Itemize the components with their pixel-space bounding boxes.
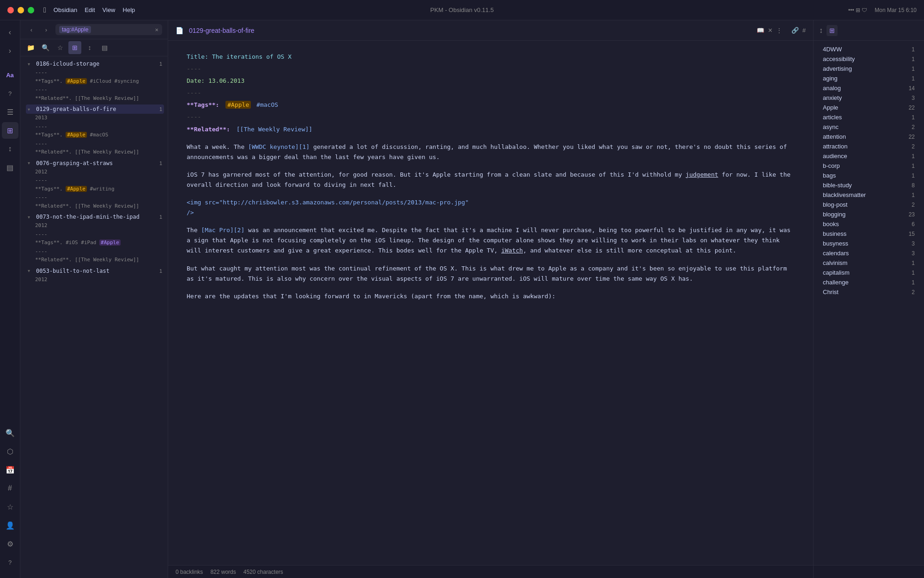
related-label: **Related**: xyxy=(187,126,230,133)
file-header-0186[interactable]: ▾ 0186-icloud-storage 1 xyxy=(26,59,164,68)
tag-list-item[interactable]: bags 1 xyxy=(815,171,922,180)
maximize-button[interactable] xyxy=(28,7,34,13)
datetime: Mon Mar 15 6:10 xyxy=(875,7,917,13)
editor-actions: 📖 × ⋮ xyxy=(757,26,782,35)
panel-forward-button[interactable]: › xyxy=(41,24,52,35)
hash-button[interactable]: # xyxy=(802,27,806,34)
grid-view-button[interactable]: ⊞ xyxy=(827,25,838,36)
tag-list-item[interactable]: Christ 2 xyxy=(815,287,922,297)
calendar-icon-btn[interactable]: 📅 xyxy=(2,461,18,478)
tag-list-item[interactable]: audience 1 xyxy=(815,151,922,161)
right-panel: ↕ ⊞ 4DWW 1 accessibility 1 advertising 1… xyxy=(813,20,924,578)
tag-list-item[interactable]: calendars 3 xyxy=(815,248,922,258)
tag-list-item[interactable]: capitalism 1 xyxy=(815,268,922,277)
search-tag: tag:#Apple xyxy=(59,26,91,33)
close-button[interactable] xyxy=(7,7,14,13)
menu-view[interactable]: View xyxy=(103,6,116,13)
tag-list-item[interactable]: anxiety 3 xyxy=(815,93,922,103)
minimize-button[interactable] xyxy=(18,7,24,13)
tag-list-item[interactable]: attraction 2 xyxy=(815,141,922,151)
bookmark-button[interactable]: ☆ xyxy=(54,41,67,54)
tag-list-item[interactable]: challenge 1 xyxy=(815,277,922,287)
tag-count: 22 xyxy=(909,105,915,111)
tag-list-item[interactable]: attention 22 xyxy=(815,132,922,141)
file-children: 2012 xyxy=(26,276,164,284)
tag-list-item[interactable]: calvinism 1 xyxy=(815,258,922,268)
tag-list-item[interactable]: aging 1 xyxy=(815,74,922,83)
file-child: 2012 xyxy=(33,168,164,177)
person-icon-btn[interactable]: 👤 xyxy=(2,517,18,534)
file-name: 0186-icloud-storage xyxy=(36,61,157,67)
tag-list-item[interactable]: advertising 1 xyxy=(815,64,922,74)
file-child: **Related**. [[The Weekly Review]] xyxy=(33,94,164,103)
tag-count: 3 xyxy=(912,240,915,247)
char-count: 4520 characters xyxy=(243,569,283,575)
macos-tag-editor: #macOS xyxy=(256,101,278,108)
tag-list-item[interactable]: analog 14 xyxy=(815,83,922,93)
related-link[interactable]: [[The Weekly Review]] xyxy=(237,126,312,133)
file-panel-header: ‹ › tag:#Apple × xyxy=(20,20,168,39)
tag-name: challenge xyxy=(823,279,912,286)
tag-list-item[interactable]: articles 1 xyxy=(815,112,922,122)
chevron-down-icon: ▾ xyxy=(28,61,33,67)
link-button[interactable]: 🔗 xyxy=(791,27,799,34)
file-header-0073[interactable]: ▾ 0073-not-the-ipad-mini-the-ipad 1 xyxy=(26,212,164,221)
file-header-0076[interactable]: ▾ 0076-grasping-at-straws 1 xyxy=(26,159,164,168)
list-toolbar-button[interactable]: ⊞ xyxy=(68,41,81,54)
tag-list-item[interactable]: Apple 22 xyxy=(815,103,922,112)
tag-list-item[interactable]: books 6 xyxy=(815,219,922,229)
tag-list-item[interactable]: busyness 3 xyxy=(815,239,922,248)
tag-list-item[interactable]: blog-post 2 xyxy=(815,200,922,209)
menu-edit[interactable]: Edit xyxy=(85,6,95,13)
list-item: ▾ 0129-great-balls-of-fire 1 2013 ---- *… xyxy=(20,104,168,158)
sort-tags-button[interactable]: ↕ xyxy=(819,26,823,35)
outline-button[interactable]: ⊞ xyxy=(2,122,18,139)
font-size-button[interactable]: Aa xyxy=(2,67,18,83)
tag-icon-btn[interactable]: # xyxy=(2,480,18,497)
search-icon-btn[interactable]: 🔍 xyxy=(2,424,18,441)
reading-view-button[interactable]: 📖 xyxy=(757,27,764,34)
editor-content[interactable]: Title: The iterations of OS X ---- Date:… xyxy=(168,41,813,565)
tag-list-item[interactable]: blacklivesmatter 1 xyxy=(815,190,922,200)
file-count: 1 xyxy=(159,214,162,220)
menu-help[interactable]: Help xyxy=(123,6,135,13)
tag-list-item[interactable]: bible-study 8 xyxy=(815,180,922,190)
menu-obsidian[interactable]: Obsidian xyxy=(54,6,77,13)
list-view-button[interactable]: ☰ xyxy=(2,104,18,120)
more-toolbar-button[interactable]: ▤ xyxy=(98,41,111,54)
sort-button[interactable]: ↕ xyxy=(2,141,18,157)
filter-button[interactable]: ▤ xyxy=(2,159,18,176)
file-child: **Related**. [[The Weekly Review]] xyxy=(33,256,164,264)
help2-icon-btn[interactable]: ? xyxy=(2,554,18,571)
apple-tag-editor[interactable]: #Apple xyxy=(225,101,251,109)
search-clear-button[interactable]: × xyxy=(155,26,158,33)
settings-icon-btn[interactable]: ⚙ xyxy=(2,535,18,552)
word-count: 822 words xyxy=(210,569,236,575)
more-options-button[interactable]: ⋮ xyxy=(776,27,782,34)
star-icon-btn[interactable]: ☆ xyxy=(2,498,18,515)
help-button[interactable]: ? xyxy=(2,85,18,102)
file-child: **Tags**. #iOS #iPad #Apple xyxy=(33,239,164,247)
panel-back-button[interactable]: ‹ xyxy=(26,24,37,35)
sort-toolbar-button[interactable]: ↕ xyxy=(83,41,96,54)
tag-count: 1 xyxy=(912,260,915,266)
tag-list-item[interactable]: blogging 23 xyxy=(815,209,922,219)
nav-back-button[interactable]: ‹ xyxy=(2,24,18,41)
folder-icon-button[interactable]: 📁 xyxy=(24,41,37,54)
nav-forward-button[interactable]: › xyxy=(2,43,18,59)
panel-toolbar: 📁 🔍 ☆ ⊞ ↕ ▤ xyxy=(20,39,168,56)
tag-list-item[interactable]: async 2 xyxy=(815,122,922,132)
tag-list-item[interactable]: 4DWW 1 xyxy=(815,44,922,54)
search-bar[interactable]: tag:#Apple × xyxy=(55,24,162,35)
file-header-0129[interactable]: ▾ 0129-great-balls-of-fire 1 xyxy=(26,105,164,114)
tag-list-item[interactable]: b-corp 1 xyxy=(815,161,922,171)
file-header-0053[interactable]: ▾ 0053-built-to-not-last 1 xyxy=(26,266,164,276)
search-toolbar-button[interactable]: 🔍 xyxy=(39,41,52,54)
tag-count: 2 xyxy=(912,202,915,208)
tag-list-item[interactable]: accessibility 1 xyxy=(815,54,922,64)
list-item: ▾ 0053-built-to-not-last 1 2012 xyxy=(20,265,168,285)
tag-list-item[interactable]: business 15 xyxy=(815,229,922,239)
graph-icon-btn[interactable]: ⬡ xyxy=(2,443,18,460)
file-panel: ‹ › tag:#Apple × 📁 🔍 ☆ ⊞ ↕ ▤ ▾ 0186-iclo… xyxy=(20,20,168,578)
close-editor-button[interactable]: × xyxy=(768,26,772,35)
